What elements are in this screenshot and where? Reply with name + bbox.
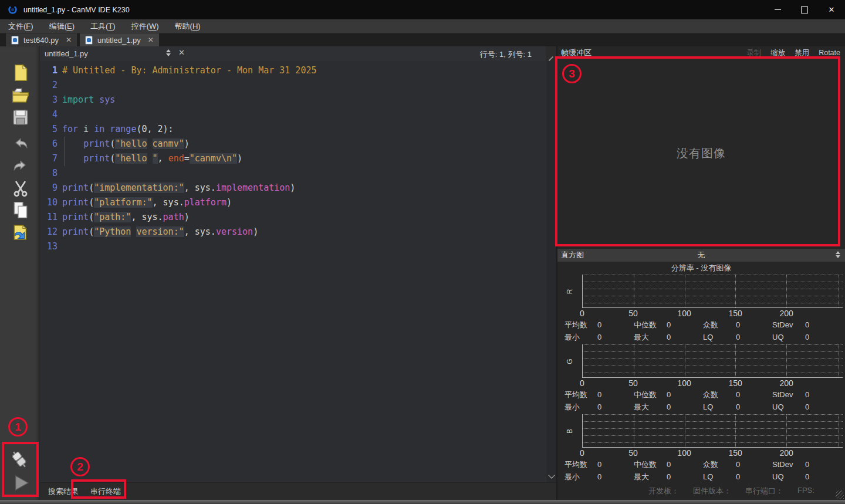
code-text [58,107,62,122]
cut-icon[interactable] [11,179,30,198]
stat-label: UQ [772,333,805,341]
stat-label: 最大 [634,472,667,482]
save-file-icon[interactable] [11,108,30,127]
menu-item-w[interactable]: 控件(W) [131,21,159,32]
status-serial-port: 串行端口： [745,486,783,496]
editor-close-icon[interactable]: ✕ [178,48,185,57]
x-axis-B: 050100150200 [582,448,843,458]
code-line-10[interactable]: 10print("platform:", sys.platform) [40,195,546,210]
stats-row-G-1: 平均数0中位数0众数0StDev0 [557,388,845,401]
stat-pair: 众数0 [703,390,772,400]
stat-value: 0 [805,333,809,341]
code-line-6[interactable]: 6 print("hello canmv") [40,137,546,151]
channel-label-R: R [557,275,582,308]
code-line-5[interactable]: 5for i in range(0, 2): [40,122,546,137]
tab-close-icon[interactable]: ✕ [66,36,72,44]
x-tick: 0 [580,309,584,318]
x-tick: 0 [580,378,584,388]
stat-value: 0 [597,460,601,469]
stat-value: 0 [667,402,671,411]
x-tick: 150 [728,378,742,388]
code-text [58,78,62,93]
code-text: # Untitled - By: Administrator - Mon Mar… [58,63,316,78]
stat-pair: UQ0 [772,472,841,481]
code-line-8[interactable]: 8 [40,166,546,181]
status-board: 开发板： [648,486,679,496]
stat-pair: 中位数0 [634,459,703,470]
tab-untitled-1[interactable]: untitled_1.py ✕ [80,33,159,46]
splitter-handle[interactable] [549,56,553,61]
stat-label: 众数 [703,459,736,470]
histogram-mode-select[interactable]: 无 [557,249,845,262]
paste-icon[interactable] [11,223,30,242]
stat-label: 众数 [703,320,736,330]
code-line-12[interactable]: 12print("Python version:", sys.version) [40,225,546,239]
code-line-7[interactable]: 7 print("hello ", end="canmv\n") [40,151,546,166]
stat-label: 平均数 [565,320,597,330]
code-line-3[interactable]: 3import sys [40,93,546,107]
stat-pair: 最小0 [565,402,634,412]
python-file-icon [11,36,19,45]
stat-value: 0 [736,472,740,481]
x-tick: 200 [779,448,793,458]
code-line-9[interactable]: 9print("implementation:", sys.implementa… [40,181,546,195]
histogram-mode-spinner-icon[interactable] [836,251,840,258]
code-text: print("path:", sys.path) [58,210,190,225]
editor-header: untitled_1.py ✕ 行号: 1, 列号: 1 [40,46,546,62]
x-tick: 50 [628,378,638,388]
code-line-2[interactable]: 2 [40,78,546,93]
code-text: import sys [58,93,115,107]
menu-item-h[interactable]: 帮助(H) [175,21,201,32]
menu-bar: 文件(F)编辑(E)工具(T)控件(W)帮助(H) [0,19,845,33]
code-text: for i in range(0, 2): [58,122,174,137]
resize-grip[interactable] [836,491,844,499]
code-line-13[interactable]: 13 [40,239,546,254]
menu-item-f[interactable]: 文件(F) [8,21,33,32]
annotation-badge-1: 1 [8,417,28,437]
line-number: 6 [40,137,58,151]
x-tick: 200 [779,378,793,388]
undo-icon[interactable] [11,135,30,154]
app-window: { "window": { "title": "untitled_1.py - … [0,0,845,504]
document-switcher-icon[interactable] [166,49,171,56]
stat-pair: UQ0 [772,402,841,411]
stat-value: 0 [667,320,671,329]
code-line-11[interactable]: 11print("path:", sys.path) [40,210,546,225]
scroll-down-button[interactable] [547,472,556,481]
status-firmware: 固件版本： [693,486,731,496]
copy-icon[interactable] [11,201,30,219]
annotation-box-serial-terminal [71,479,126,499]
histogram-plot-R [582,275,843,308]
line-number: 1 [40,63,58,78]
code-line-1[interactable]: 1# Untitled - By: Administrator - Mon Ma… [40,63,546,78]
menu-item-e[interactable]: 编辑(E) [49,21,75,32]
stat-value: 0 [805,472,809,481]
file-tab-bar: test640.py ✕ untitled_1.py ✕ [0,33,845,46]
stat-label: StDev [772,460,805,469]
tab-close-icon[interactable]: ✕ [148,36,154,44]
stat-value: 0 [805,320,809,329]
stat-pair: 最大0 [634,332,703,343]
stat-value: 0 [736,402,740,411]
code-line-4[interactable]: 4 [40,107,546,122]
stat-pair: 最大0 [634,402,703,412]
stat-pair: LQ0 [703,472,772,481]
code-text: print("platform:", sys.platform) [58,195,232,210]
redo-icon[interactable] [11,157,30,176]
resolution-label: 分辨率 - 没有图像 [557,262,845,275]
stats-row-G-2: 最小0最大0LQ0UQ0 [557,401,845,413]
line-number: 13 [40,239,58,254]
menu-item-t[interactable]: 工具(T) [90,21,116,32]
open-file-icon[interactable] [11,86,30,104]
stat-pair: StDev0 [772,320,841,329]
code-area[interactable]: 1# Untitled - By: Administrator - Mon Ma… [40,61,546,482]
close-button[interactable]: ✕ [818,0,845,19]
code-text: print("hello canmv") [58,137,190,151]
minimize-button[interactable] [764,0,791,19]
tab-test640[interactable]: test640.py ✕ [6,33,77,46]
new-file-icon[interactable] [11,63,30,82]
maximize-button[interactable] [791,0,818,19]
stat-pair: LQ0 [703,333,772,341]
stat-value: 0 [597,320,601,329]
stat-label: 最大 [634,402,667,412]
